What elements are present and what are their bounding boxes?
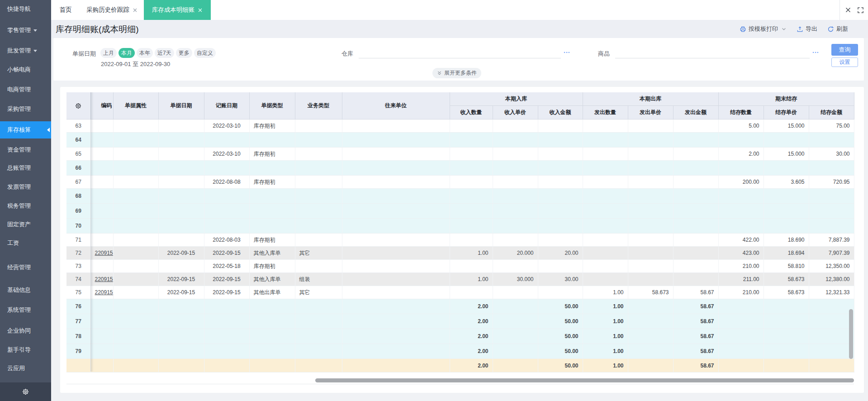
table-row[interactable]: 782.0050.001.0058.67	[66, 329, 854, 344]
table-cell	[493, 148, 538, 161]
sidebar-item-4[interactable]: 电商管理	[0, 85, 51, 94]
sidebar-item-1[interactable]: 零售管理	[0, 26, 51, 35]
document-code-link[interactable]: 220915-0	[95, 250, 114, 256]
table-cell: 组装	[295, 273, 342, 286]
chevron-down-icon[interactable]	[781, 26, 787, 32]
sidebar-item-17[interactable]: 新手引导	[0, 345, 51, 354]
table-cell	[809, 189, 854, 204]
sidebar-item-8[interactable]: 总账管理	[0, 163, 51, 172]
table-row[interactable]: 732022-05-18库存期初210.0058.81012,350.00	[66, 260, 854, 273]
table-cell	[90, 234, 113, 247]
export-button[interactable]: 导出	[797, 25, 817, 33]
warehouse-picker-ellipsis[interactable]: ...	[564, 47, 570, 54]
table-cell	[450, 204, 493, 219]
table-cell	[764, 133, 809, 148]
table-row[interactable]: 762.0050.001.0058.67	[66, 299, 854, 314]
table-cell: 50.00	[538, 344, 583, 359]
column-settings-gear-icon[interactable]	[66, 92, 90, 119]
table-row[interactable]: 70	[66, 219, 854, 234]
table-row[interactable]: 792.0050.001.0058.67	[66, 344, 854, 359]
sidebar-item-6[interactable]: 库存核算	[0, 121, 51, 138]
sidebar-item-2[interactable]: 批发管理	[0, 46, 51, 55]
print-by-template-button[interactable]: 按模板打印	[740, 25, 787, 33]
sidebar-item-label: 电商管理	[7, 86, 31, 93]
document-code-link[interactable]: 220915-0	[95, 276, 114, 282]
table-cell: 2022-09-15	[204, 273, 249, 286]
date-chip-3[interactable]: 近7天	[155, 48, 174, 58]
table-row[interactable]: 74220915-02022-09-152022-09-15其他入库单组装1.0…	[66, 273, 854, 286]
table-cell	[158, 260, 204, 273]
sidebar-item-12[interactable]: 工资	[0, 239, 51, 248]
table-row[interactable]: 632022-03-10库存期初5.0015.00075.00	[66, 119, 854, 133]
table-cell	[158, 359, 204, 372]
table-row[interactable]: 652022-03-10库存期初2.0015.00030.00	[66, 148, 854, 161]
table-row[interactable]: 68	[66, 189, 854, 204]
sidebar-item-5[interactable]: 采购管理	[0, 105, 51, 114]
close-icon[interactable]	[133, 8, 138, 13]
gear-icon[interactable]	[22, 388, 29, 395]
table-cell: 2022-09-15	[158, 286, 204, 299]
table-cell	[295, 189, 342, 204]
date-chip-2[interactable]: 本年	[137, 48, 153, 58]
table-cell	[342, 161, 450, 176]
table-cell	[113, 148, 158, 161]
document-code-link[interactable]: 220915-0	[95, 289, 114, 296]
close-icon[interactable]	[198, 8, 203, 13]
sidebar-item-9[interactable]: 发票管理	[0, 182, 51, 191]
table-cell	[342, 260, 450, 273]
sidebar-item-13[interactable]: 经营管理	[0, 263, 51, 272]
sidebar-item-15[interactable]: 系统管理	[0, 306, 51, 315]
table-cell	[295, 204, 342, 219]
table-cell	[673, 133, 718, 148]
table-cell	[113, 286, 158, 299]
table-cell	[90, 359, 113, 372]
date-chip-1[interactable]: 本月	[119, 48, 135, 58]
table-row[interactable]: 66	[66, 161, 854, 176]
settings-button[interactable]: 设置	[831, 57, 858, 67]
sidebar-item-3[interactable]: 小畅电商	[0, 65, 51, 74]
sidebar-item-7[interactable]: 资金管理	[0, 145, 51, 154]
tab-0[interactable]: 首页	[51, 0, 80, 20]
fullscreen-icon[interactable]	[857, 7, 864, 14]
table-row[interactable]: 712022-08-03库存期初422.0018.6907,887.39	[66, 234, 854, 247]
sidebar-item-11[interactable]: 固定资产	[0, 220, 51, 229]
sidebar-item-label: 批发管理	[7, 47, 31, 54]
table-row[interactable]: 72220915-02022-09-152022-09-15其他入库单其它1.0…	[66, 247, 854, 260]
table-cell	[583, 133, 628, 148]
table-row[interactable]: 772.0050.001.0058.67	[66, 314, 854, 329]
table-row[interactable]: 2.0050.001.0058.67	[66, 359, 854, 372]
table-cell	[583, 119, 628, 133]
sidebar-item-18[interactable]: 云应用	[0, 364, 51, 373]
table-row[interactable]: 672022-08-08库存期初200.003.605720.95	[66, 176, 854, 189]
product-input[interactable]	[615, 46, 810, 58]
tab-2[interactable]: 库存成本明细账	[144, 0, 211, 20]
query-button[interactable]: 查询	[831, 44, 858, 56]
sidebar-item-14[interactable]: 基础信息	[0, 286, 51, 295]
table-cell: 5.00	[718, 119, 764, 133]
table-cell	[628, 359, 673, 372]
table-row[interactable]: 64	[66, 133, 854, 148]
table-cell: 15.000	[764, 148, 809, 161]
sidebar-item-0[interactable]: 快捷导航	[0, 5, 51, 14]
expand-more-conditions-button[interactable]: 展开更多条件	[432, 68, 481, 78]
chevron-down-icon	[33, 50, 37, 52]
table-row[interactable]: 75220915-02022-09-152022-09-15其他出库单其它1.0…	[66, 286, 854, 299]
product-picker-ellipsis[interactable]: ...	[812, 47, 819, 54]
horizontal-scrollbar[interactable]	[315, 378, 854, 382]
close-icon[interactable]	[844, 6, 852, 14]
table-cell	[628, 204, 673, 219]
table-cell	[673, 161, 718, 176]
tab-1[interactable]: 采购历史价跟踪	[80, 0, 144, 20]
table-row[interactable]: 69	[66, 204, 854, 219]
vertical-scrollbar[interactable]	[849, 309, 853, 359]
tab-label: 采购历史价跟踪	[86, 6, 129, 14]
refresh-button[interactable]: 刷新	[827, 25, 848, 33]
table-cell	[718, 219, 764, 234]
date-chip-4[interactable]: 更多	[176, 48, 192, 58]
date-chip-5[interactable]: 自定义	[194, 48, 216, 58]
sidebar-item-16[interactable]: 企业协同	[0, 326, 51, 335]
sidebar-item-10[interactable]: 税务管理	[0, 201, 51, 210]
sidebar-item-label: 小畅电商	[7, 66, 31, 73]
date-chip-0[interactable]: 上月	[100, 48, 117, 58]
warehouse-input[interactable]	[359, 46, 561, 58]
